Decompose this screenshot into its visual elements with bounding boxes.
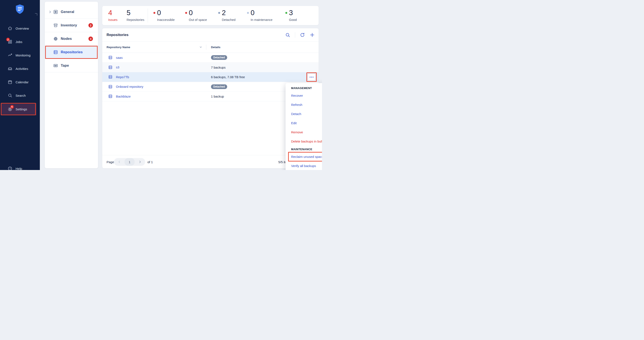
stat-label: Inaccessible	[157, 18, 175, 22]
menu-item-detach[interactable]: Detach	[286, 109, 322, 118]
home-icon	[8, 26, 12, 31]
sidebar-item-monitoring[interactable]: Monitoring	[0, 49, 40, 61]
stat-value: 3	[289, 9, 297, 17]
sidebar-item-calendar[interactable]: Calendar	[0, 76, 40, 88]
sidebar-item-help[interactable]: ? Help	[0, 164, 40, 170]
column-divider	[206, 44, 206, 50]
svg-text:?: ?	[10, 167, 11, 170]
repositories-icon	[53, 50, 58, 54]
settings-nav-repositories[interactable]: Repositories	[45, 46, 98, 59]
database-icon	[108, 65, 112, 70]
sidebar-item-overview[interactable]: Overview	[0, 22, 40, 34]
sidebar-item-search[interactable]: Search	[0, 90, 40, 102]
row-actions-button[interactable]	[308, 74, 316, 81]
menu-item-reclaim-unused-space[interactable]: Reclaim unused space	[286, 152, 322, 161]
menu-item-delete-backups-in-bulk[interactable]: Delete backups in bulk	[286, 137, 322, 146]
stats-divider	[148, 8, 148, 22]
page-of-label: of 1	[148, 160, 153, 164]
ellipsis-icon	[310, 77, 310, 78]
settings-nav-label: General	[61, 10, 74, 14]
menu-item-recover[interactable]: Recover	[286, 91, 322, 100]
sidebar-item-label: Overview	[16, 27, 29, 30]
repository-name-link[interactable]: Repo7Tb	[116, 75, 129, 79]
repository-context-menu: MANAGEMENT Recover Refresh Detach Edit R…	[286, 83, 322, 170]
refresh-icon[interactable]	[300, 32, 305, 38]
stat-value: 0	[250, 9, 272, 17]
inventory-icon	[53, 23, 58, 28]
stat-label: Good	[289, 18, 297, 22]
column-details: Details	[211, 46, 220, 49]
settings-nav-general[interactable]: General	[45, 5, 98, 19]
page-number-input[interactable]: 1	[124, 158, 135, 166]
inventory-badge: 2	[88, 23, 93, 28]
stat-in-maintenance: 0 In maintenance	[250, 9, 272, 22]
database-icon	[108, 75, 112, 79]
column-repository-name[interactable]: Repository Name	[106, 46, 130, 49]
sort-chevron-icon[interactable]	[199, 46, 202, 48]
sidebar-item-settings[interactable]: 6 Settings	[1, 103, 36, 115]
settings-nav-inventory[interactable]: Inventory 2	[45, 19, 98, 32]
chevron-right-icon[interactable]	[48, 10, 53, 14]
sidebar-item-jobs[interactable]: 2 Jobs	[0, 36, 40, 48]
menu-item-verify-all-backups[interactable]: Verify all backups	[286, 161, 322, 170]
jobs-badge: 2	[6, 38, 10, 41]
repository-details: 1 backup	[211, 94, 224, 98]
menu-item-label: Reclaim unused space	[291, 155, 322, 158]
menu-item-edit[interactable]: Edit	[286, 118, 322, 128]
sidebar-collapse-handle[interactable]	[35, 13, 37, 16]
sidebar-item-label: Settings	[16, 107, 27, 111]
settings-nav-nodes[interactable]: Nodes 4	[45, 32, 98, 46]
database-icon	[108, 94, 112, 98]
stat-detached: 2 Detached	[222, 9, 236, 22]
menu-item-remove[interactable]: Remove	[286, 128, 322, 137]
stat-repositories: 5 Repositories	[126, 9, 144, 22]
tape-icon	[53, 63, 58, 68]
stat-label: Out of space	[189, 18, 207, 22]
sidebar-item-activities[interactable]: Activities	[0, 63, 40, 74]
stat-label: In maintenance	[250, 18, 272, 22]
pagination-control: 1	[114, 158, 145, 166]
settings-badge: 6	[10, 105, 14, 109]
header-divider	[295, 32, 295, 38]
jobs-icon: 2	[8, 40, 12, 44]
stat-label: Detached	[222, 18, 236, 22]
panel-title: Repositories	[106, 33, 128, 37]
repository-name-link[interactable]: Onboard repository	[116, 85, 143, 88]
search-icon[interactable]	[285, 32, 290, 38]
repositories-summary-bar: 4 Issues 5 Repositories 0 Inaccessible 0…	[102, 6, 318, 25]
sidebar-item-label: Help	[16, 167, 22, 170]
repository-name-link[interactable]: s3	[116, 66, 119, 69]
repo-row-repo7tb[interactable]: Repo7Tb 6 backups, 7.08 TB free	[102, 72, 318, 82]
repositories-panel-header: Repositories	[102, 28, 318, 42]
repo-row-saas[interactable]: saas Detached	[102, 53, 318, 63]
settings-nav-label: Tape	[61, 64, 69, 68]
page-label: Page	[106, 160, 114, 164]
calendar-icon	[8, 80, 12, 84]
settings-nav-panel: General Inventory 2 Nodes 4 Repositories…	[45, 2, 98, 168]
sidebar-item-label: Activities	[16, 67, 28, 70]
next-page-icon[interactable]	[135, 160, 145, 164]
monitoring-icon	[8, 53, 12, 58]
app-sidebar: Overview 2 Jobs Monitoring Activities Ca…	[0, 0, 40, 170]
add-repository-icon[interactable]	[310, 32, 315, 38]
settings-nav-tape[interactable]: Tape	[45, 59, 98, 72]
status-dot	[154, 12, 155, 14]
nodes-badge: 4	[88, 37, 93, 41]
sidebar-item-label: Search	[16, 94, 26, 97]
sidebar-item-label: Monitoring	[16, 54, 30, 57]
stat-label: Repositories	[126, 18, 144, 22]
gear-icon: 6	[8, 107, 12, 112]
stat-value: 0	[189, 9, 207, 17]
repo-row-s3[interactable]: s3 7 backups	[102, 63, 318, 72]
app-logo	[15, 4, 25, 14]
stat-issues: 4 Issues	[108, 9, 118, 22]
table-column-header: Repository Name Details	[102, 42, 318, 53]
menu-item-refresh[interactable]: Refresh	[286, 100, 322, 109]
repository-name-link[interactable]: Backblaze	[116, 94, 131, 98]
detached-status-badge: Detached	[211, 55, 227, 60]
repository-name-link[interactable]: saas	[116, 56, 123, 60]
settings-nav-label: Repositories	[61, 50, 83, 54]
prev-page-icon[interactable]	[114, 160, 124, 164]
stat-value: 4	[108, 9, 118, 17]
nodes-icon	[53, 36, 58, 41]
